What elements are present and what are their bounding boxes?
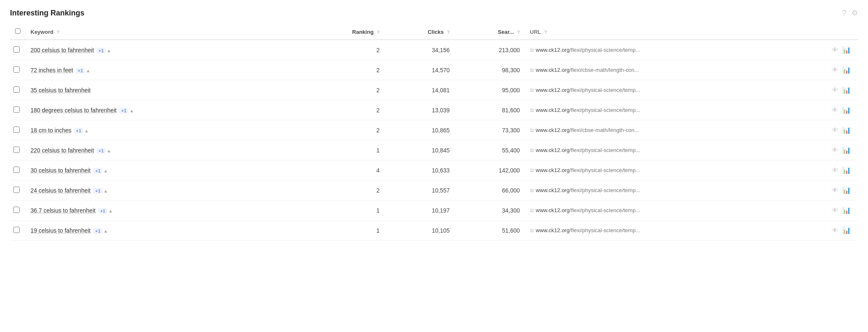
- view-button[interactable]: 👁: [830, 166, 840, 175]
- row-checkbox[interactable]: [13, 167, 20, 173]
- view-button[interactable]: 👁: [830, 186, 840, 195]
- keyword-link[interactable]: 19 celsius to fahrenheit: [30, 227, 91, 234]
- row-checkbox[interactable]: [13, 46, 20, 53]
- keyword-link[interactable]: 30 celsius to fahrenheit: [30, 167, 91, 174]
- table-row: 220 celsius to fahrenheit+1 ▲110,84555,4…: [10, 140, 858, 160]
- url-link[interactable]: ⧉www.ck12.org/flexi/physical-science/tem…: [530, 107, 783, 113]
- row-checkbox-cell: [10, 120, 25, 140]
- ranking-cell: 4: [306, 160, 385, 180]
- url-domain: www.ck12.org: [536, 207, 570, 213]
- url-text: www.ck12.org/flexi/physical-science/temp…: [536, 47, 640, 53]
- url-link[interactable]: ⧉www.ck12.org/flexi/physical-science/tem…: [530, 207, 783, 213]
- chart-button[interactable]: 📊: [840, 65, 853, 75]
- trend-icon: ▲: [108, 208, 113, 213]
- searches-cell: 73,300: [455, 120, 525, 140]
- view-button[interactable]: 👁: [830, 206, 840, 215]
- actions-cell: 👁📊: [788, 160, 858, 180]
- chart-button[interactable]: 📊: [840, 105, 853, 115]
- url-path: /flexi/physical-science/temp...: [569, 227, 640, 233]
- external-link-icon: ⧉: [530, 208, 534, 213]
- chart-button[interactable]: 📊: [840, 205, 853, 215]
- view-button[interactable]: 👁: [830, 106, 840, 115]
- url-link[interactable]: ⧉www.ck12.org/flexi/physical-science/tem…: [530, 87, 783, 93]
- url-cell: ⧉www.ck12.org/flexi/physical-science/tem…: [525, 180, 788, 200]
- searches-cell: 213,000: [455, 40, 525, 60]
- chart-button[interactable]: 📊: [840, 145, 853, 155]
- keyword-link[interactable]: 180 degrees celsius to fahrenheit: [30, 107, 117, 114]
- row-checkbox[interactable]: [13, 127, 20, 133]
- clicks-cell: 10,633: [385, 160, 455, 180]
- searches-help-icon[interactable]: ?: [517, 30, 520, 35]
- help-icon[interactable]: ?: [842, 9, 846, 18]
- row-checkbox[interactable]: [13, 66, 20, 73]
- url-link[interactable]: ⧉www.ck12.org/flexi/physical-science/tem…: [530, 47, 783, 53]
- header-keyword: Keyword ?: [25, 24, 306, 40]
- keyword-cell: 200 celsius to fahrenheit+1 ▲: [25, 40, 306, 60]
- view-button[interactable]: 👁: [830, 226, 840, 235]
- keyword-link[interactable]: 72 inches in feet: [30, 67, 73, 73]
- keyword-help-icon[interactable]: ?: [57, 30, 60, 35]
- clicks-help-icon[interactable]: ?: [447, 30, 450, 35]
- url-domain: www.ck12.org: [536, 87, 570, 93]
- actions-cell: 👁📊: [788, 180, 858, 200]
- chart-button[interactable]: 📊: [840, 125, 853, 135]
- url-link[interactable]: ⧉www.ck12.org/flexi/cbse-math/length-con…: [530, 127, 783, 133]
- keyword-cell: 35 celsius to fahrenheit: [25, 80, 306, 100]
- url-link[interactable]: ⧉www.ck12.org/flexi/physical-science/tem…: [530, 227, 783, 233]
- chart-button[interactable]: 📊: [840, 165, 853, 175]
- row-checkbox[interactable]: [13, 106, 20, 113]
- table-header: Keyword ? Ranking ? Clicks ? Sear... ? U…: [10, 24, 858, 40]
- table-row: 180 degrees celsius to fahrenheit+1 ▲213…: [10, 100, 858, 120]
- clicks-cell: 34,156: [385, 40, 455, 60]
- ranking-help-icon[interactable]: ?: [377, 30, 380, 35]
- keyword-link[interactable]: 36.7 celsius to fahrenheit: [30, 207, 96, 214]
- url-link[interactable]: ⧉www.ck12.org/flexi/physical-science/tem…: [530, 187, 783, 193]
- searches-cell: 81,600: [455, 100, 525, 120]
- chart-button[interactable]: 📊: [840, 185, 853, 195]
- actions-cell: 👁📊: [788, 100, 858, 120]
- ranking-cell: 1: [306, 200, 385, 220]
- url-cell: ⧉www.ck12.org/flexi/physical-science/tem…: [525, 200, 788, 220]
- chart-button[interactable]: 📊: [840, 85, 853, 95]
- view-button[interactable]: 👁: [830, 146, 840, 155]
- external-link-icon: ⧉: [530, 228, 534, 233]
- row-checkbox[interactable]: [13, 147, 20, 153]
- row-checkbox-cell: [10, 220, 25, 241]
- url-link[interactable]: ⧉www.ck12.org/flexi/physical-science/tem…: [530, 167, 783, 173]
- select-all-checkbox[interactable]: [15, 28, 20, 34]
- table-body: 200 celsius to fahrenheit+1 ▲234,156213,…: [10, 40, 858, 241]
- trend-icon: ▲: [107, 148, 111, 153]
- url-domain: www.ck12.org: [536, 47, 570, 53]
- header-checkbox-cell: [10, 24, 25, 40]
- url-link[interactable]: ⧉www.ck12.org/flexi/cbse-math/length-con…: [530, 67, 783, 73]
- settings-icon[interactable]: ⚙: [851, 8, 858, 18]
- url-help-icon[interactable]: ?: [544, 30, 547, 35]
- view-button[interactable]: 👁: [830, 126, 840, 135]
- keyword-link[interactable]: 200 celsius to fahrenheit: [30, 47, 94, 53]
- url-text: www.ck12.org/flexi/physical-science/temp…: [536, 147, 640, 153]
- keyword-link[interactable]: 35 celsius to fahrenheit: [30, 87, 91, 94]
- row-checkbox-cell: [10, 160, 25, 180]
- chart-button[interactable]: 📊: [840, 45, 853, 55]
- keyword-link[interactable]: 220 celsius to fahrenheit: [30, 147, 94, 154]
- actions-cell: 👁📊: [788, 200, 858, 220]
- row-checkbox[interactable]: [13, 187, 20, 193]
- view-button[interactable]: 👁: [830, 66, 840, 75]
- view-button[interactable]: 👁: [830, 86, 840, 95]
- row-checkbox-cell: [10, 60, 25, 80]
- view-button[interactable]: 👁: [830, 46, 840, 55]
- actions-cell: 👁📊: [788, 220, 858, 241]
- url-domain: www.ck12.org: [536, 67, 570, 73]
- url-cell: ⧉www.ck12.org/flexi/cbse-math/length-con…: [525, 60, 788, 80]
- chart-button[interactable]: 📊: [840, 226, 853, 235]
- url-text: www.ck12.org/flexi/physical-science/temp…: [536, 87, 640, 93]
- table-row: 72 inches in feet+1 ▲214,57098,300⧉www.c…: [10, 60, 858, 80]
- url-link[interactable]: ⧉www.ck12.org/flexi/physical-science/tem…: [530, 147, 783, 153]
- row-checkbox[interactable]: [13, 86, 20, 93]
- row-checkbox[interactable]: [13, 207, 20, 213]
- external-link-icon: ⧉: [530, 87, 534, 93]
- keyword-badge: +1: [74, 128, 84, 134]
- keyword-link[interactable]: 24 celsius to fahrenheit: [30, 187, 91, 194]
- row-checkbox[interactable]: [13, 227, 20, 233]
- keyword-link[interactable]: 18 cm to inches: [30, 127, 71, 134]
